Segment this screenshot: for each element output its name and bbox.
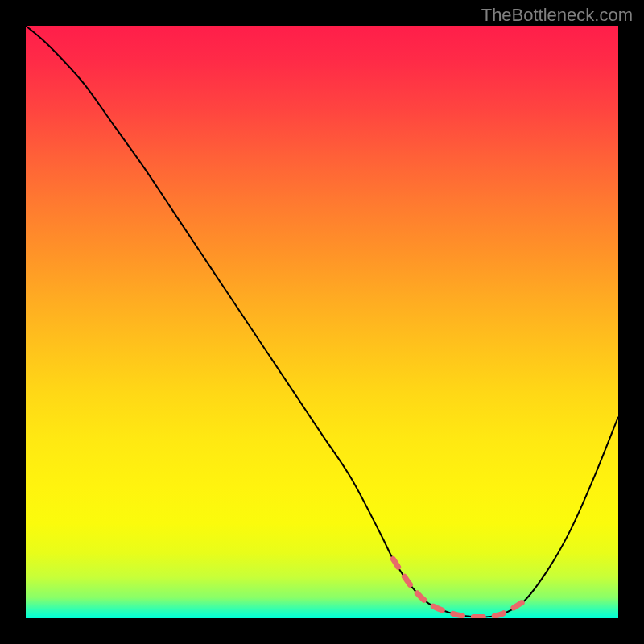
watermark-text: TheBottleneck.com: [481, 5, 633, 26]
bottleneck-curve: [26, 26, 618, 617]
chart-svg: [26, 26, 618, 618]
plot-area: [26, 26, 618, 618]
